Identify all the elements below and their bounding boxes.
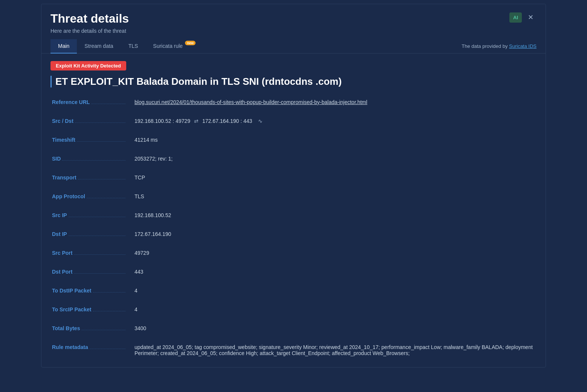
- page-subtitle: Here are the details of the threat: [50, 28, 537, 34]
- dot-separator: [62, 160, 125, 161]
- table-row: Dst IP172.67.164.190: [50, 228, 537, 247]
- detail-label: App Protocol: [50, 190, 128, 209]
- label-text: Dst Port: [52, 269, 72, 275]
- tab-suricata-rule[interactable]: Suricata rule new: [145, 39, 196, 54]
- page-title: Threat details: [50, 12, 537, 26]
- src-address: 192.168.100.52 : 49729: [135, 118, 190, 124]
- table-row: Src / Dst192.168.100.52 : 49729⇄172.67.1…: [50, 115, 537, 133]
- dot-separator: [75, 122, 125, 123]
- dst-address: 172.67.164.190 : 443: [202, 118, 252, 124]
- threat-details-panel: AI ✕ Threat details Here are the details…: [41, 4, 546, 368]
- threat-title: ET EXPLOIT_KIT Balada Domain in TLS SNI …: [50, 76, 537, 87]
- alert-badge: Exploit Kit Activity Detected: [50, 61, 126, 70]
- detail-label: Transport: [50, 171, 128, 190]
- panel-header: AI ✕ Threat details Here are the details…: [41, 4, 546, 34]
- swap-icon: ⇄: [194, 118, 199, 124]
- tabs-container: Main Stream data TLS Suricata rule new: [50, 39, 196, 53]
- detail-value: 192.168.100.52: [128, 209, 537, 228]
- table-row: App ProtocolTLS: [50, 190, 537, 209]
- label-text: App Protocol: [52, 193, 85, 199]
- label-text: Src IP: [52, 212, 67, 218]
- dot-separator: [69, 236, 125, 236]
- detail-value: 4: [128, 303, 537, 322]
- detail-label: SID: [50, 152, 128, 171]
- dot-separator: [74, 273, 125, 274]
- table-row: Timeshift41214 ms: [50, 133, 537, 152]
- label-text: Src / Dst: [52, 118, 73, 124]
- detail-value: TCP: [128, 171, 537, 190]
- label-text: Transport: [52, 175, 76, 181]
- label-text: To SrcIP Packet: [52, 306, 92, 312]
- label-text: Src Port: [52, 250, 72, 256]
- detail-value: 192.168.100.52 : 49729⇄172.67.164.190 : …: [128, 115, 537, 133]
- detail-label: Src / Dst: [50, 115, 128, 133]
- detail-value: 4: [128, 284, 537, 303]
- label-text: Timeshift: [52, 137, 75, 143]
- detail-label: Src IP: [50, 209, 128, 228]
- wave-icon: ∿: [258, 118, 263, 124]
- dot-separator: [81, 330, 125, 330]
- new-badge: new: [185, 41, 196, 45]
- panel-body: Exploit Kit Activity Detected ET EXPLOIT…: [41, 54, 546, 367]
- dot-separator: [77, 141, 125, 142]
- label-text: SID: [52, 156, 61, 162]
- tab-main[interactable]: Main: [50, 39, 77, 54]
- table-row: SID2053272; rev: 1;: [50, 152, 537, 171]
- table-row: Rule metadataupdated_at 2024_06_05; tag …: [50, 341, 537, 360]
- dot-separator: [90, 349, 125, 349]
- detail-label: To DstIP Packet: [50, 284, 128, 303]
- table-row: To SrcIP Packet4: [50, 303, 537, 322]
- suricata-ids-link[interactable]: Suricata IDS: [509, 43, 537, 49]
- header-actions: AI ✕: [509, 12, 537, 23]
- label-text: Dst IP: [52, 231, 67, 237]
- detail-label: Total Bytes: [50, 322, 128, 341]
- label-text: To DstIP Packet: [52, 288, 92, 294]
- table-row: To DstIP Packet4: [50, 284, 537, 303]
- detail-value: TLS: [128, 190, 537, 209]
- detail-label: Src Port: [50, 247, 128, 265]
- dot-separator: [74, 254, 125, 255]
- table-row: Total Bytes3400: [50, 322, 537, 341]
- table-row: Src Port49729: [50, 247, 537, 265]
- ai-button[interactable]: AI: [509, 12, 522, 23]
- close-button[interactable]: ✕: [525, 12, 537, 23]
- table-row: Src IP192.168.100.52: [50, 209, 537, 228]
- table-row: Dst Port443: [50, 265, 537, 284]
- detail-value: 172.67.164.190: [128, 228, 537, 247]
- table-row: Reference URLblog.sucuri.net/2024/01/tho…: [50, 96, 537, 115]
- label-text: Total Bytes: [52, 325, 80, 331]
- reference-link[interactable]: blog.sucuri.net/2024/01/thousands-of-sit…: [135, 99, 367, 105]
- dot-separator: [69, 217, 125, 217]
- detail-value: 3400: [128, 322, 537, 341]
- detail-label: Reference URL: [50, 96, 128, 115]
- detail-value: 2053272; rev: 1;: [128, 152, 537, 171]
- detail-label: Timeshift: [50, 133, 128, 152]
- table-row: TransportTCP: [50, 171, 537, 190]
- data-source-text: The data provided by Suricata IDS: [462, 43, 537, 49]
- detail-value: 49729: [128, 247, 537, 265]
- detail-value: 41214 ms: [128, 133, 537, 152]
- detail-value: 443: [128, 265, 537, 284]
- label-text: Reference URL: [52, 99, 90, 105]
- detail-label: Rule metadata: [50, 341, 128, 360]
- detail-label: Dst Port: [50, 265, 128, 284]
- tabs-row: Main Stream data TLS Suricata rule new T…: [41, 39, 546, 54]
- dot-separator: [78, 179, 125, 179]
- detail-value: updated_at 2024_06_05; tag compromised_w…: [128, 341, 537, 360]
- dot-separator: [93, 311, 125, 311]
- details-table: Reference URLblog.sucuri.net/2024/01/tho…: [50, 96, 537, 360]
- dot-separator: [91, 104, 125, 104]
- detail-value: blog.sucuri.net/2024/01/thousands-of-sit…: [128, 96, 537, 115]
- detail-label: To SrcIP Packet: [50, 303, 128, 322]
- tab-tls[interactable]: TLS: [121, 39, 146, 54]
- dot-separator: [93, 292, 125, 292]
- tab-stream-data[interactable]: Stream data: [77, 39, 121, 54]
- dot-separator: [87, 198, 125, 198]
- detail-label: Dst IP: [50, 228, 128, 247]
- label-text: Rule metadata: [52, 344, 88, 350]
